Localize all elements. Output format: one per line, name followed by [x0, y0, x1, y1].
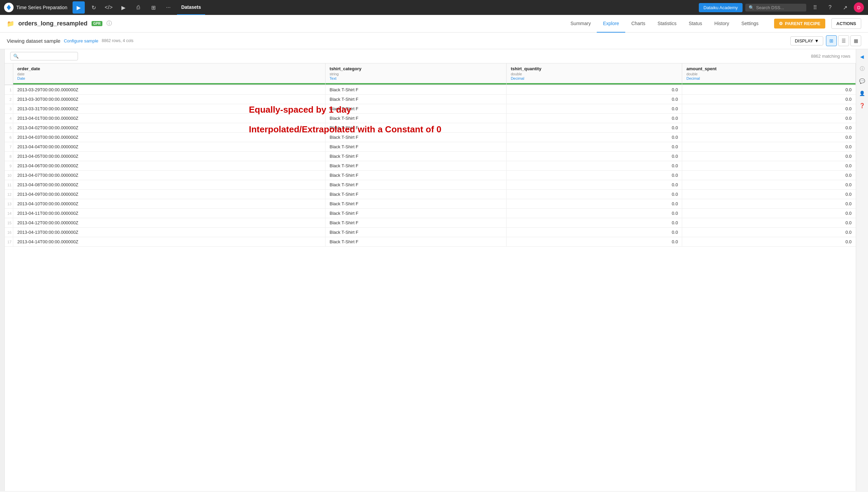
cell-category: Black T-Shirt F: [326, 133, 507, 142]
deploy-icon-btn[interactable]: ⎙: [132, 1, 144, 14]
row-number: 8: [5, 152, 13, 161]
cell-order-date: 2013-04-03T00:00:00.000000Z: [13, 133, 326, 142]
cell-quantity: 0.0: [507, 209, 682, 218]
row-number: 2: [5, 95, 13, 104]
table-row: 8 2013-04-05T00:00:00.000000Z Black T-Sh…: [5, 152, 856, 161]
tab-charts[interactable]: Charts: [625, 15, 651, 33]
tab-status[interactable]: Status: [683, 15, 708, 33]
cell-category: Black T-Shirt F: [326, 161, 507, 171]
tab-statistics[interactable]: Statistics: [651, 15, 683, 33]
cell-category: Black T-Shirt F: [326, 85, 507, 95]
row-col-meta: 8862 rows, 4 cols: [102, 38, 133, 43]
right-rail-help-icon[interactable]: ❓: [857, 101, 867, 110]
search-box-top[interactable]: 🔍 Search DSS...: [745, 4, 806, 12]
user-avatar[interactable]: D: [854, 2, 864, 13]
right-rail-user-icon[interactable]: 👤: [857, 89, 867, 98]
table-row: 6 2013-04-03T00:00:00.000000Z Black T-Sh…: [5, 133, 856, 142]
cell-category: Black T-Shirt F: [326, 237, 507, 247]
sync-icon-btn[interactable]: ↻: [87, 1, 100, 14]
table-container: order_date date Date tshirt_category str…: [5, 63, 856, 491]
chart-view-btn[interactable]: ▦: [850, 35, 861, 46]
cell-quantity: 0.0: [507, 171, 682, 180]
tab-summary[interactable]: Summary: [565, 15, 597, 33]
gpr-badge[interactable]: GPR: [92, 21, 102, 26]
cell-category: Black T-Shirt F: [326, 171, 507, 180]
chevron-down-icon: ▼: [814, 38, 819, 43]
cell-order-date: 2013-04-08T00:00:00.000000Z: [13, 180, 326, 190]
more-icon-btn[interactable]: ···: [162, 1, 174, 14]
table-row: 1 2013-03-29T00:00:00.000000Z Black T-Sh…: [5, 85, 856, 95]
datasets-tab[interactable]: Datasets: [177, 0, 205, 15]
cell-order-date: 2013-04-09T00:00:00.000000Z: [13, 190, 326, 199]
cell-category: Black T-Shirt F: [326, 95, 507, 104]
search-input[interactable]: [21, 54, 75, 59]
cell-amount: 0.0: [682, 114, 856, 123]
cell-quantity: 0.0: [507, 237, 682, 247]
table-row: 11 2013-04-08T00:00:00.000000Z Black T-S…: [5, 180, 856, 190]
cell-order-date: 2013-04-02T00:00:00.000000Z: [13, 123, 326, 133]
row-number: 1: [5, 85, 13, 95]
row-number: 4: [5, 114, 13, 123]
help-icon[interactable]: ?: [824, 1, 836, 14]
workspace-btn[interactable]: Dataiku Academy: [699, 3, 743, 12]
cell-order-date: 2013-03-30T00:00:00.000000Z: [13, 95, 326, 104]
col-header-amount-spent: amount_spent double Decimal: [682, 63, 856, 85]
analytics-icon[interactable]: ↗: [839, 1, 851, 14]
cell-amount: 0.0: [682, 104, 856, 114]
row-number: 16: [5, 228, 13, 237]
apps-grid-icon[interactable]: ⠿: [809, 1, 821, 14]
sub-header: Viewing dataset sample Configure sample …: [0, 33, 868, 49]
cell-category: Black T-Shirt F: [326, 228, 507, 237]
search-box[interactable]: 🔍: [10, 52, 78, 60]
tab-history[interactable]: History: [708, 15, 735, 33]
row-number: 12: [5, 190, 13, 199]
row-number: 7: [5, 142, 13, 152]
cell-category: Black T-Shirt F: [326, 142, 507, 152]
cell-category: Black T-Shirt F: [326, 190, 507, 199]
recipe-icon: ⚙: [779, 21, 783, 26]
row-number: 9: [5, 161, 13, 171]
grid-icon-btn[interactable]: ⊞: [147, 1, 159, 14]
viewing-title: Viewing dataset sample: [7, 38, 60, 44]
tab-settings[interactable]: Settings: [735, 15, 765, 33]
table-row: 16 2013-04-13T00:00:00.000000Z Black T-S…: [5, 228, 856, 237]
actions-btn[interactable]: ACTIONS: [831, 18, 862, 29]
flow-icon-btn[interactable]: ▶: [73, 1, 85, 14]
cell-category: Black T-Shirt F: [326, 104, 507, 114]
cell-amount: 0.0: [682, 171, 856, 180]
cell-quantity: 0.0: [507, 199, 682, 209]
info-icon[interactable]: ⓘ: [106, 20, 112, 27]
cell-quantity: 0.0: [507, 218, 682, 228]
cell-amount: 0.0: [682, 123, 856, 133]
row-number: 14: [5, 209, 13, 218]
parent-recipe-btn[interactable]: ⚙ PARENT RECIPE: [774, 19, 825, 29]
main-layout: 🔍 8862 matching rows order_date date Dat…: [0, 49, 868, 491]
grid-view-btn[interactable]: ⊞: [826, 35, 837, 46]
cell-order-date: 2013-03-31T00:00:00.000000Z: [13, 104, 326, 114]
row-number: 3: [5, 104, 13, 114]
row-number: 13: [5, 199, 13, 209]
search-icon: 🔍: [749, 5, 754, 10]
cell-amount: 0.0: [682, 180, 856, 190]
right-rail-chat-icon[interactable]: 💬: [857, 76, 867, 86]
search-icon: 🔍: [13, 54, 19, 59]
run-icon-btn[interactable]: ▶: [117, 1, 130, 14]
cell-category: Black T-Shirt F: [326, 152, 507, 161]
cell-quantity: 0.0: [507, 95, 682, 104]
cell-order-date: 2013-04-07T00:00:00.000000Z: [13, 171, 326, 180]
list-view-btn[interactable]: ☰: [838, 35, 849, 46]
cell-category: Black T-Shirt F: [326, 218, 507, 228]
code-icon-btn[interactable]: </>: [102, 1, 115, 14]
tab-explore[interactable]: Explore: [597, 15, 625, 33]
configure-sample-link[interactable]: Configure sample: [64, 38, 98, 43]
cell-order-date: 2013-04-14T00:00:00.000000Z: [13, 237, 326, 247]
cell-amount: 0.0: [682, 161, 856, 171]
display-btn[interactable]: DISPLAY ▼: [790, 36, 823, 45]
table-row: 17 2013-04-14T00:00:00.000000Z Black T-S…: [5, 237, 856, 247]
data-table: order_date date Date tshirt_category str…: [5, 63, 856, 247]
right-rail-expand-icon[interactable]: ◀: [857, 52, 867, 61]
right-rail-info-icon[interactable]: ⓘ: [857, 64, 867, 74]
cell-amount: 0.0: [682, 152, 856, 161]
row-number: 6: [5, 133, 13, 142]
cell-quantity: 0.0: [507, 85, 682, 95]
